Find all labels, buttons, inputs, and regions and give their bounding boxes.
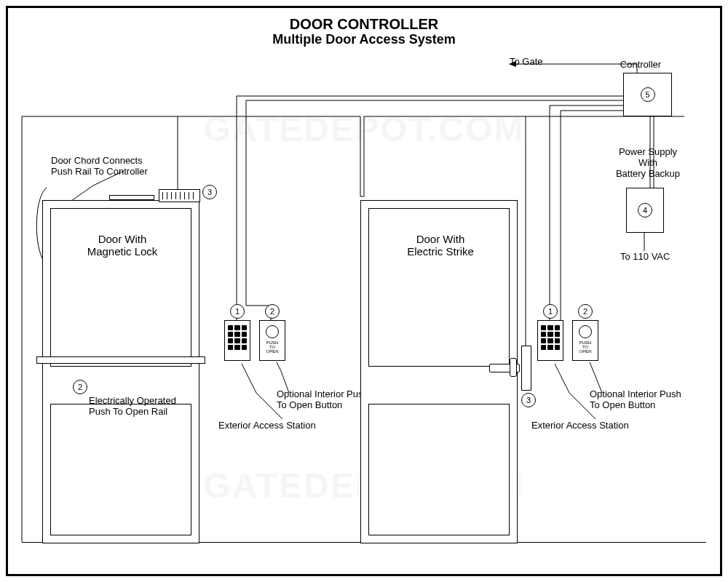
push-rail-label: Electrically Operated Push To Open Rail	[89, 396, 205, 418]
dc1: Door Chord Connects	[51, 155, 143, 166]
keypad1-number: 1	[230, 304, 245, 319]
ext-access-label-2: Exterior Access Station	[531, 420, 662, 431]
maglock-number: 3	[202, 185, 217, 199]
pr1: Electrically Operated	[89, 395, 176, 406]
op1b: To Open Button	[277, 399, 342, 410]
opt-push-label-2: Optional Interior Push To Open Button	[590, 389, 706, 411]
to-gate-label: To Gate	[510, 57, 543, 68]
dc2: Push Rail To Controller	[51, 166, 148, 177]
power-supply-box: 4	[626, 188, 664, 233]
op1a: Optional Interior Push	[277, 388, 368, 399]
keypad2-number: 1	[543, 304, 558, 319]
door2-lower-panel	[368, 404, 510, 535]
psu-l2: With	[638, 157, 657, 168]
push-rail-number: 2	[73, 380, 87, 394]
pto1-number: 2	[265, 304, 280, 319]
keypad-1	[224, 320, 250, 361]
d1l2: Magnetic Lock	[87, 245, 158, 258]
push-to-open-2: PUSH TO OPEN	[572, 320, 598, 361]
door1-label: Door With Magnetic Lock	[79, 233, 166, 258]
door-chord-label: Door Chord Connects Push Rail To Control…	[51, 156, 175, 178]
handle-base	[510, 358, 517, 377]
d1l1: Door With	[98, 233, 147, 245]
controller-box: 5	[623, 73, 672, 116]
pr2: Push To Open Rail	[89, 406, 167, 417]
psu-l3: Battery Backup	[616, 168, 680, 179]
d2l1: Door With	[416, 233, 465, 245]
op2b: To Open Button	[590, 399, 655, 410]
door1-lower-panel	[50, 404, 191, 535]
controller-label: Controller	[615, 60, 666, 71]
pto1c: OPEN	[266, 349, 278, 354]
pto2c: OPEN	[579, 349, 591, 354]
d2l2: Electric Strike	[407, 245, 474, 258]
door2-upper-panel	[368, 208, 510, 367]
psu-label: Power Supply With Battery Backup	[604, 147, 692, 180]
strike-number: 3	[521, 393, 536, 407]
controller-number: 5	[641, 87, 655, 102]
psu-l1: Power Supply	[619, 146, 677, 157]
op2a: Optional Interior Push	[590, 388, 681, 399]
door1-upper-panel	[50, 208, 191, 367]
ext-access-label-1: Exterior Access Station	[218, 420, 349, 431]
magnetic-lock	[159, 189, 200, 202]
to-110vac-label: To 110 VAC	[620, 252, 670, 263]
push-rail	[36, 356, 205, 364]
push-to-open-1: PUSH TO OPEN	[259, 320, 285, 361]
door-closer-arm	[109, 195, 154, 200]
pto2-number: 2	[578, 304, 593, 319]
keypad-2	[537, 320, 563, 361]
door2-label: Door With Electric Strike	[397, 233, 484, 258]
electric-strike	[521, 346, 531, 391]
psu-number: 4	[638, 203, 652, 218]
